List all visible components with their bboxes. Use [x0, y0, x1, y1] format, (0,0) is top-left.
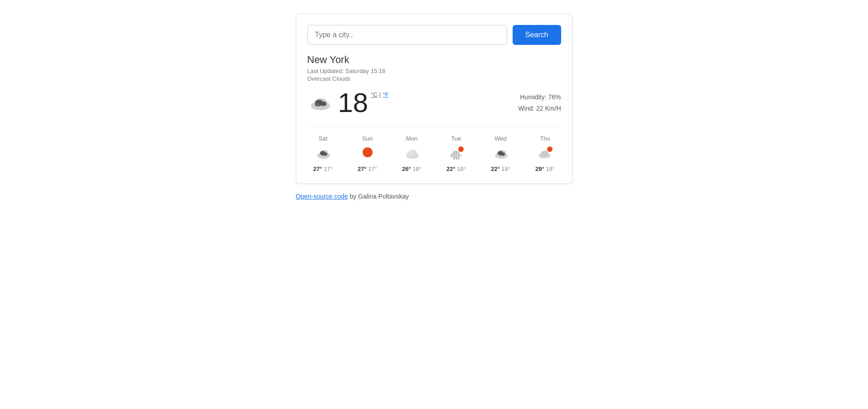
- svg-point-28: [547, 146, 553, 152]
- search-button[interactable]: Search: [513, 25, 561, 45]
- svg-point-15: [407, 151, 413, 156]
- weather-details: Humidity: 76% Wind: 22 Km/H: [518, 92, 561, 114]
- forecast-day-label: Mon: [406, 135, 417, 142]
- svg-rect-21: [456, 158, 457, 160]
- forecast-day-label: Tue: [451, 135, 461, 142]
- svg-point-31: [541, 151, 548, 156]
- forecast-temps-tue: 22° 18°: [446, 166, 466, 172]
- forecast-icon-wed: [493, 146, 509, 162]
- forecast-temps-mon: 26° 18°: [402, 166, 422, 172]
- footer: Open-source code by Galina Poltavskay: [296, 193, 572, 200]
- humidity: Humidity: 76%: [518, 92, 561, 103]
- svg-point-10: [324, 153, 327, 156]
- svg-point-4: [321, 102, 326, 106]
- forecast-icon-mon: [404, 146, 420, 162]
- svg-rect-22: [458, 158, 459, 160]
- unit-fahrenheit[interactable]: °F: [383, 91, 388, 98]
- forecast-day-wed: Wed 22° 18°: [485, 135, 517, 172]
- svg-point-5: [315, 103, 320, 107]
- wind: Wind: 22 Km/H: [518, 103, 561, 114]
- forecast-day-sat: Sat 27° 17°: [307, 135, 339, 172]
- forecast-temps-sun: 27° 17°: [358, 166, 377, 172]
- forecast-day-tue: Tue 22° 18°: [441, 135, 472, 172]
- forecast-temps-thu: 29° 18°: [535, 166, 555, 172]
- svg-point-16: [458, 146, 464, 152]
- forecast-icon-thu: [537, 146, 553, 162]
- forecast-day-sun: Sun 27° 17°: [352, 135, 383, 172]
- svg-point-27: [501, 153, 505, 156]
- weather-description: Overcast Clouds: [307, 75, 561, 82]
- current-weather-icon: [307, 90, 333, 116]
- unit-toggle: °C | °F: [370, 91, 389, 98]
- footer-suffix: by Galina Poltavskay: [348, 193, 409, 200]
- search-input[interactable]: [307, 25, 507, 45]
- svg-point-19: [452, 151, 460, 156]
- weather-card: Search New York Last Updated: Saturday 1…: [296, 14, 572, 184]
- unit-separator: |: [379, 91, 381, 98]
- forecast-day-label: Sat: [319, 135, 328, 142]
- temperature-section: 18 °C | °F: [307, 89, 390, 117]
- forecast-day-label: Thu: [540, 135, 550, 142]
- opensource-link[interactable]: Open-source code: [296, 193, 348, 200]
- forecast-temps-wed: 22° 18°: [491, 166, 510, 172]
- temperature-value: 18: [338, 89, 369, 117]
- forecast-row: Sat 27° 17° Sun: [307, 127, 561, 172]
- current-weather-section: 18 °C | °F Humidity: 76% Wind: 22 Km/H: [307, 89, 561, 117]
- forecast-temps-sat: 27° 17°: [313, 166, 333, 172]
- unit-celsius[interactable]: °C: [371, 91, 378, 98]
- forecast-day-label: Sun: [362, 135, 373, 142]
- forecast-day-label: Wed: [495, 135, 507, 142]
- forecast-day-thu: Thu 29° 18°: [529, 135, 561, 172]
- city-name: New York: [307, 54, 561, 66]
- forecast-icon-sun: [359, 146, 376, 162]
- svg-rect-20: [454, 158, 455, 160]
- forecast-icon-tue: [448, 146, 465, 162]
- search-row: Search: [307, 25, 561, 45]
- last-updated: Last Updated: Saturday 15:18: [307, 68, 561, 74]
- svg-point-11: [363, 147, 373, 157]
- forecast-icon-sat: [315, 146, 331, 162]
- forecast-day-mon: Mon 26° 18°: [396, 135, 428, 172]
